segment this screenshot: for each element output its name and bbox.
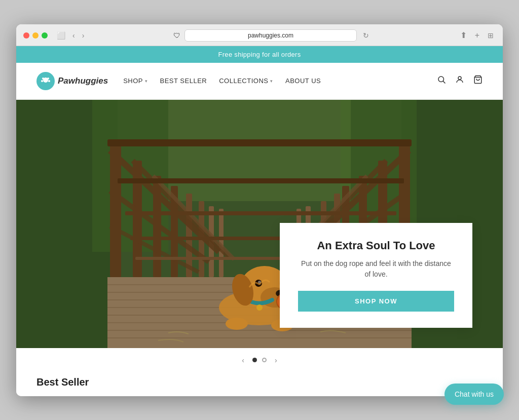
cart-icon[interactable] bbox=[473, 75, 483, 87]
search-icon[interactable] bbox=[437, 75, 446, 87]
address-bar-area: 🛡 pawhuggies.com ↻ bbox=[91, 29, 453, 42]
share-button[interactable]: ⬆ bbox=[458, 29, 469, 41]
hero-section: An Extra Soul To Love Put on the dog rop… bbox=[16, 100, 503, 348]
new-tab-button[interactable]: + bbox=[473, 30, 481, 41]
svg-point-4 bbox=[48, 80, 50, 82]
svg-rect-52 bbox=[125, 211, 396, 215]
url-text: pawhuggies.com bbox=[248, 32, 293, 39]
hero-subtitle: Put on the dog rope and feel it with the… bbox=[298, 258, 454, 280]
svg-rect-14 bbox=[168, 100, 351, 201]
browser-window: ⬜ ‹ › 🛡 pawhuggies.com ↻ ⬆ + ⊞ Free ship… bbox=[16, 24, 503, 396]
svg-rect-51 bbox=[118, 178, 404, 183]
close-button[interactable] bbox=[23, 32, 29, 39]
address-bar[interactable]: pawhuggies.com bbox=[184, 29, 357, 42]
svg-rect-50 bbox=[107, 139, 412, 146]
site-header: Pawhuggies SHOP ▾ BEST SELLER COLLECTION… bbox=[16, 63, 503, 100]
browser-nav-controls: ⬜ ‹ › bbox=[55, 30, 86, 41]
chevron-down-icon: ▾ bbox=[270, 79, 273, 84]
nav-collections[interactable]: COLLECTIONS ▾ bbox=[219, 77, 273, 85]
carousel-next-button[interactable]: › bbox=[272, 355, 280, 365]
chevron-down-icon: ▾ bbox=[145, 79, 148, 84]
carousel-prev-button[interactable]: ‹ bbox=[239, 355, 247, 365]
browser-chrome: ⬜ ‹ › 🛡 pawhuggies.com ↻ ⬆ + ⊞ bbox=[16, 24, 503, 46]
logo-icon bbox=[36, 72, 55, 90]
main-nav: SHOP ▾ BEST SELLER COLLECTIONS ▾ ABOUT U… bbox=[123, 77, 437, 85]
nav-best-seller[interactable]: BEST SELLER bbox=[160, 77, 207, 85]
shop-now-button[interactable]: SHOP NOW bbox=[298, 291, 454, 312]
shield-icon: 🛡 bbox=[173, 31, 180, 40]
hero-overlay-card: An Extra Soul To Love Put on the dog rop… bbox=[280, 223, 472, 328]
forward-button[interactable]: › bbox=[80, 30, 87, 41]
account-icon[interactable] bbox=[455, 75, 464, 87]
nav-shop[interactable]: SHOP ▾ bbox=[123, 77, 147, 85]
sidebar-toggle[interactable]: ⬜ bbox=[55, 30, 67, 41]
minimize-button[interactable] bbox=[32, 32, 39, 39]
svg-point-2 bbox=[47, 78, 49, 80]
carousel-dot-1[interactable] bbox=[252, 358, 257, 362]
browser-right-controls: ⬆ + ⊞ bbox=[458, 29, 496, 41]
announcement-banner: Free shipping for all orders bbox=[16, 46, 503, 63]
nav-about-us[interactable]: ABOUT US bbox=[285, 77, 321, 85]
traffic-lights bbox=[23, 32, 48, 39]
back-button[interactable]: ‹ bbox=[70, 30, 77, 41]
section-best-seller-title: Best Seller bbox=[36, 376, 483, 388]
chat-button[interactable]: Chat with us bbox=[444, 384, 504, 405]
hero-title: An Extra Soul To Love bbox=[298, 239, 454, 252]
tab-overview-button[interactable]: ⊞ bbox=[486, 30, 496, 41]
svg-point-3 bbox=[41, 80, 43, 82]
svg-point-5 bbox=[438, 77, 444, 82]
maximize-button[interactable] bbox=[42, 32, 48, 39]
logo[interactable]: Pawhuggies bbox=[36, 72, 108, 90]
banner-text: Free shipping for all orders bbox=[218, 51, 301, 58]
logo-text: Pawhuggies bbox=[58, 76, 108, 86]
svg-point-7 bbox=[458, 77, 461, 80]
header-icons bbox=[437, 75, 483, 87]
reload-button[interactable]: ↻ bbox=[361, 30, 371, 41]
carousel-controls: ‹ › bbox=[16, 348, 503, 371]
svg-point-63 bbox=[256, 304, 263, 311]
best-seller-section: Best Seller bbox=[16, 371, 503, 396]
svg-point-1 bbox=[42, 78, 44, 80]
svg-point-66 bbox=[226, 318, 248, 330]
svg-line-6 bbox=[443, 81, 445, 83]
carousel-dot-2[interactable] bbox=[262, 358, 267, 362]
